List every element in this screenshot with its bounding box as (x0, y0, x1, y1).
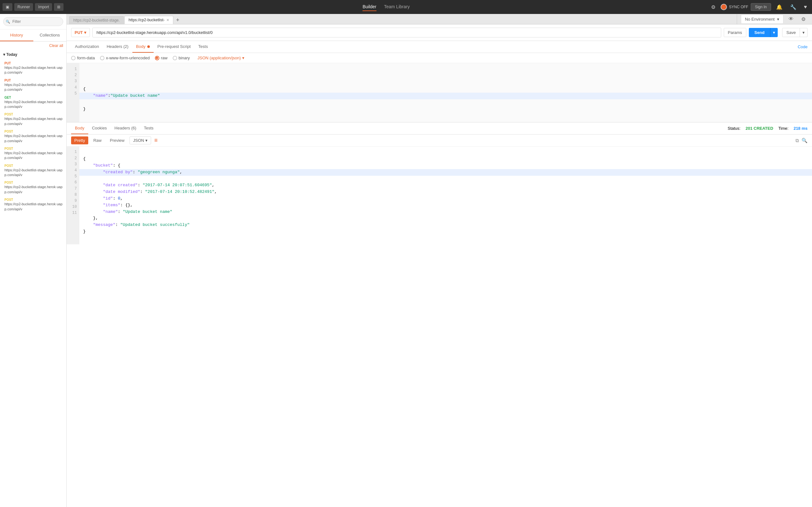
today-section: ▾ Today (0, 50, 66, 59)
resp-line-num: 10 (69, 204, 77, 210)
copy-btn[interactable]: ⧉ (796, 138, 799, 144)
pre-request-tab[interactable]: Pre-request Script (154, 41, 195, 53)
add-tab-btn[interactable]: + (174, 17, 181, 23)
method-badge: GET (4, 96, 11, 99)
collections-tab[interactable]: Collections (33, 30, 67, 41)
list-item[interactable]: PUT https://cp2-bucketlist-stage.herok u… (0, 76, 66, 94)
urlencoded-radio[interactable] (100, 56, 104, 60)
list-item[interactable]: POST https://cp2-bucketlist-stage.herok … (0, 110, 66, 127)
save-group: Save ▾ (782, 28, 808, 37)
resp-tests-tab[interactable]: Tests (140, 122, 157, 134)
json-format-dropdown[interactable]: JSON ▾ (129, 136, 151, 145)
resp-body-tab[interactable]: Body (71, 122, 88, 134)
binary-option[interactable]: binary (173, 56, 190, 60)
raw-btn[interactable]: Raw (90, 136, 105, 145)
resp-line: "id": 0, (83, 196, 123, 201)
url-text: https://cp2-bucketlist-stage.herok uapp.… (4, 82, 63, 92)
filter-btn[interactable]: ≡ (154, 137, 158, 144)
history-tab[interactable]: History (0, 30, 33, 41)
resp-line-num: 3 (69, 162, 77, 168)
response-area: Body Cookies Headers (6) Tests Status: 2… (67, 122, 812, 507)
list-item[interactable]: PUT https://cp2-bucketlist-stage.herok u… (0, 59, 66, 76)
tests-tab[interactable]: Tests (195, 41, 212, 53)
preview-btn[interactable]: Preview (107, 136, 127, 145)
notifications-btn[interactable]: 🔔 (773, 3, 785, 12)
code-link[interactable]: Code (798, 44, 808, 49)
runner-btn[interactable]: Runner (14, 3, 33, 11)
send-dropdown-btn[interactable]: ▾ (770, 28, 778, 37)
code-lines: 1 2 3 4 5 { "name":"Update bucket name" … (67, 63, 812, 122)
resp-line: "date created": "2017-07-14 20:07:51.604… (83, 183, 215, 187)
json-chevron-icon: ▾ (242, 56, 245, 60)
clear-all-btn[interactable]: Clear all (49, 44, 63, 48)
method-select[interactable]: PUT ▾ (71, 28, 90, 37)
sync-btn[interactable]: SYNC OFF (720, 4, 748, 10)
save-btn[interactable]: Save (782, 28, 800, 37)
params-btn[interactable]: Params (724, 28, 746, 37)
builder-tab[interactable]: Builder (363, 3, 376, 11)
settings-btn[interactable]: ⚙ (708, 3, 718, 12)
headers-count: (2) (123, 44, 128, 49)
authorization-tab[interactable]: Authorization (71, 41, 103, 53)
code-text[interactable]: { "name":"Update bucket name" } (79, 63, 812, 122)
tab-close-btn[interactable]: ✕ (166, 18, 169, 22)
import-btn[interactable]: Import (35, 3, 52, 11)
runner-label: Runner (17, 5, 30, 9)
new-tab-btn[interactable]: ⊞ (54, 3, 63, 11)
env-settings-btn[interactable]: ⚙ (799, 15, 808, 24)
method-badge: POST (4, 164, 13, 168)
list-item[interactable]: POST https://cp2-bucketlist-stage.herok … (0, 196, 66, 213)
resp-cookies-tab[interactable]: Cookies (88, 122, 111, 134)
list-item[interactable]: POST https://cp2-bucketlist-stage.herok … (0, 127, 66, 145)
send-btn[interactable]: Send (749, 28, 770, 37)
resp-line-num: 7 (69, 186, 77, 192)
urlencoded-option[interactable]: x-www-form-urlencoded (100, 56, 150, 60)
tab-2[interactable]: https://cp2-bucketlist- ✕ (124, 16, 173, 24)
method-badge: PUT (4, 62, 11, 65)
new-tab-icon: ⊞ (57, 5, 60, 9)
sidebar-toggle-btn[interactable]: ▣ (3, 3, 12, 11)
team-library-tab[interactable]: Team Library (384, 3, 410, 11)
request-body-editor[interactable]: 1 2 3 4 5 { "name":"Update bucket name" … (67, 63, 812, 122)
resp-headers-tab[interactable]: Headers (6) (111, 122, 140, 134)
resp-line: { (83, 156, 86, 161)
time-label: Time: (778, 126, 789, 131)
raw-radio[interactable] (155, 56, 159, 60)
sidebar-actions: Clear all (0, 42, 66, 50)
form-data-option[interactable]: form-data (71, 56, 95, 60)
json-type-select[interactable]: JSON (application/json) ▾ (198, 56, 245, 60)
sign-in-btn[interactable]: Sign In (751, 3, 771, 11)
list-item[interactable]: POST https://cp2-bucketlist-stage.herok … (0, 162, 66, 179)
heart-btn[interactable]: ♥ (802, 3, 810, 11)
line-num: 5 (69, 91, 77, 97)
search-response-btn[interactable]: 🔍 (802, 138, 808, 144)
form-data-radio[interactable] (71, 56, 75, 60)
save-dropdown-btn[interactable]: ▾ (800, 28, 808, 37)
filter-input[interactable] (3, 17, 63, 26)
eye-btn[interactable]: 👁 (786, 15, 796, 23)
raw-label: raw (161, 56, 168, 60)
tab-1[interactable]: https://cp2-bucketlist-stage. (69, 16, 124, 24)
body-tab[interactable]: Body (132, 41, 154, 53)
list-item[interactable]: GET https://cp2-bucketlist-stage.herok u… (0, 94, 66, 111)
method-badge: POST (4, 130, 13, 133)
code-btn[interactable]: 🔧 (788, 3, 799, 12)
today-header[interactable]: ▾ Today (3, 51, 63, 58)
list-item[interactable]: POST https://cp2-bucketlist-stage.herok … (0, 179, 66, 196)
sync-label: SYNC OFF (729, 5, 748, 9)
resp-line-num: 6 (69, 180, 77, 186)
method-badge: POST (4, 113, 13, 116)
url-input[interactable] (92, 27, 721, 38)
code-line: } (83, 107, 86, 111)
headers-tab[interactable]: Headers (2) (103, 41, 132, 53)
request-tabs-bar: https://cp2-bucketlist-stage. https://cp… (67, 14, 737, 24)
resp-line: "name": "Update bucket name" (83, 209, 172, 214)
response-tabs-bar: Body Cookies Headers (6) Tests Status: 2… (67, 122, 812, 134)
pretty-btn[interactable]: Pretty (71, 136, 88, 145)
binary-radio[interactable] (173, 56, 177, 60)
resp-headers-label: Headers (115, 126, 130, 130)
list-item[interactable]: POST https://cp2-bucketlist-stage.herok … (0, 145, 66, 162)
raw-option[interactable]: raw (155, 56, 168, 60)
method-value: PUT (74, 30, 83, 35)
env-dropdown[interactable]: No Environment ▾ (741, 15, 783, 24)
